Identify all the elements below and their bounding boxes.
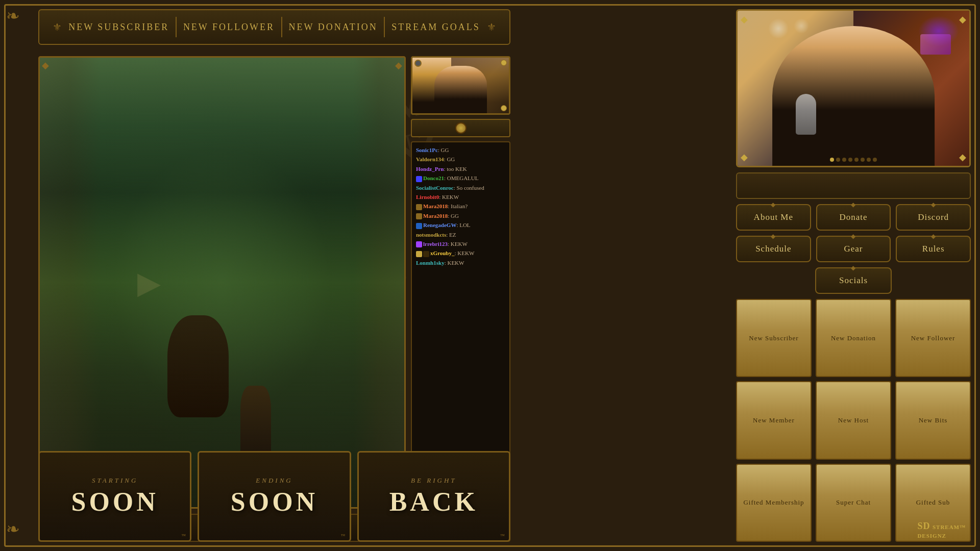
chat-icon bbox=[455, 122, 467, 134]
chat-line-3: Hondz_Prn: too KEK bbox=[416, 165, 505, 173]
chat-line-5: SocialistConroc: So confused bbox=[416, 184, 505, 192]
play-icon[interactable]: ▶ bbox=[137, 264, 161, 300]
chat-badge-4 bbox=[416, 176, 422, 182]
webcam-small bbox=[411, 56, 510, 115]
game-corner-tl: ◆ bbox=[42, 60, 49, 71]
chat-line-7: Mara2018: Italian? bbox=[416, 203, 505, 210]
scene-brb[interactable]: BE RIGHT BACK ™ bbox=[357, 451, 510, 542]
webcam-corner-bl: ◆ bbox=[741, 152, 748, 163]
webcam-small-badge bbox=[501, 60, 507, 66]
scene-ending-soon[interactable]: ENDING SOON ™ bbox=[198, 451, 351, 542]
chat-user-3: Hondz_Prn bbox=[416, 166, 444, 172]
scroll-right: ⚜ bbox=[487, 21, 496, 33]
chat-line-9: RenegadeGW: LOL bbox=[416, 221, 505, 229]
chat-line-10: notsmodkcts: EZ bbox=[416, 231, 505, 239]
chat-user-7: Mara2018 bbox=[423, 203, 448, 209]
scene-brb-tm: ™ bbox=[500, 533, 505, 538]
alert-panel-new-bits[interactable]: New Bits bbox=[895, 381, 971, 459]
alert-divider-1 bbox=[176, 17, 177, 37]
alert-panel-new-member[interactable]: New Member bbox=[736, 381, 812, 459]
nav-buttons-row1: About Me Donate Discord bbox=[736, 204, 971, 231]
alert-panel-new-host[interactable]: New Host bbox=[816, 381, 891, 459]
scene-starting-main: SOON bbox=[71, 487, 158, 517]
webcam-microphone bbox=[796, 94, 816, 135]
nav-buttons-row2: Schedule Gear Rules bbox=[736, 236, 971, 262]
chat-line-6: Lirnobit0: KEKW bbox=[416, 193, 505, 201]
alert-panel-new-subscriber[interactable]: New Subscriber bbox=[736, 299, 812, 377]
nav-buttons-row3: Socials bbox=[736, 267, 971, 294]
webcam-dot-7 bbox=[867, 158, 871, 162]
chat-user-6: Lirnobit0 bbox=[416, 194, 439, 200]
schedule-button[interactable]: Schedule bbox=[736, 236, 811, 262]
alert-new-follower[interactable]: New Follower bbox=[183, 22, 275, 33]
webcam-dot-5 bbox=[854, 158, 859, 162]
alert-panel-super-chat[interactable]: Super Chat bbox=[816, 464, 891, 542]
chat-text-1: : GG bbox=[438, 147, 449, 153]
alert-new-subscriber[interactable]: New Subscriber bbox=[68, 22, 169, 33]
scene-starting-soon[interactable]: STARTING SOON ™ bbox=[38, 451, 191, 542]
game-chat-row: ▶ ◆ ◆ ◆ ◆ ❧ bbox=[38, 56, 510, 509]
text-input-bar[interactable] bbox=[736, 172, 971, 199]
webcam-dot-2 bbox=[836, 158, 840, 162]
chat-text-3: : too KEK bbox=[444, 166, 467, 172]
alert-new-donation[interactable]: New Donation bbox=[289, 22, 378, 33]
scroll-left: ⚜ bbox=[53, 21, 62, 33]
chat-badge-11 bbox=[416, 241, 422, 247]
chat-line-2: Valdorn134: GG bbox=[416, 156, 505, 163]
webcam-dot-3 bbox=[842, 158, 846, 162]
chat-user-11: lrrebri123 bbox=[423, 241, 448, 247]
alert-panel-new-follower[interactable]: New Follower bbox=[895, 299, 971, 377]
chat-user-9: RenegadeGW bbox=[423, 222, 456, 228]
webcam-small-badge2 bbox=[501, 105, 507, 111]
webcam-main-person bbox=[772, 26, 935, 166]
chat-badge-9 bbox=[416, 223, 422, 229]
rules-button[interactable]: Rules bbox=[896, 236, 971, 262]
chat-line-11: lrrebri123: KEKW bbox=[416, 240, 505, 248]
chat-line-1: Sonic1Pc: GG bbox=[416, 146, 505, 154]
alert-stream-goals[interactable]: Stream Goals bbox=[391, 22, 480, 33]
chat-line-8: Mara2018: GG bbox=[416, 212, 505, 220]
socials-button[interactable]: Socials bbox=[815, 267, 892, 294]
scene-brb-label: BE RIGHT bbox=[411, 477, 456, 485]
chat-text-12: : KEKW bbox=[454, 250, 474, 256]
chat-text-5: : So confused bbox=[454, 185, 484, 191]
alert-panel-gifted-membership[interactable]: Gifted Membership bbox=[736, 464, 812, 542]
donate-button[interactable]: Donate bbox=[816, 204, 891, 231]
alert-divider-2 bbox=[281, 17, 282, 37]
about-me-button[interactable]: About Me bbox=[736, 204, 811, 231]
chat-text-4: : OMEGALUL bbox=[444, 175, 479, 181]
scene-brb-main: BACK bbox=[389, 487, 478, 517]
chat-text-2: : GG bbox=[444, 156, 455, 162]
webcam-corner-tl: ◆ bbox=[741, 14, 748, 25]
chat-text-13: : KEKW bbox=[445, 260, 464, 266]
sd-logo-icon: SD bbox=[917, 521, 930, 531]
webcam-corner-br: ◆ bbox=[959, 152, 966, 163]
frame-corner-bl: ❧ bbox=[6, 519, 32, 545]
chat-badge-7 bbox=[416, 204, 422, 210]
discord-button[interactable]: Discord bbox=[896, 204, 971, 231]
webcam-dot-8 bbox=[873, 158, 877, 162]
webcam-dot-1 bbox=[830, 158, 834, 162]
webcam-dots bbox=[830, 158, 877, 162]
webcam-corner-tr: ◆ bbox=[959, 14, 966, 25]
alert-panel-new-donation[interactable]: New Donation bbox=[816, 299, 891, 377]
webcam-main-bg bbox=[738, 11, 969, 166]
chat-line-4: Donco21: OMEGALUL bbox=[416, 174, 505, 182]
chat-icon-bar bbox=[411, 119, 510, 137]
chat-user-2: Valdorn134 bbox=[416, 156, 444, 162]
webcam-dot-6 bbox=[861, 158, 865, 162]
alert-bar: ⚜ New Subscriber New Follower New Donati… bbox=[38, 9, 510, 45]
chat-user-13: Lonmh1sky bbox=[416, 260, 445, 266]
chat-line-12: xGrouby_: KEKW bbox=[416, 249, 505, 257]
chat-user-1: Sonic1Pc bbox=[416, 147, 438, 153]
alert-panels-grid: New Subscriber New Donation New Follower… bbox=[736, 299, 971, 542]
game-corner-tr: ◆ bbox=[395, 60, 402, 71]
webcam-small-bg bbox=[412, 58, 509, 113]
gear-button[interactable]: Gear bbox=[816, 236, 891, 262]
chat-user-8: Mara2018 bbox=[423, 213, 448, 219]
webcam-small-person bbox=[434, 66, 487, 113]
chat-badge-12b bbox=[423, 251, 429, 257]
chat-text-6: : KEKW bbox=[439, 194, 459, 200]
chat-user-10: notsmodkcts bbox=[416, 232, 446, 238]
sd-logo: SD STREAM™DESIGNZ bbox=[917, 521, 966, 540]
